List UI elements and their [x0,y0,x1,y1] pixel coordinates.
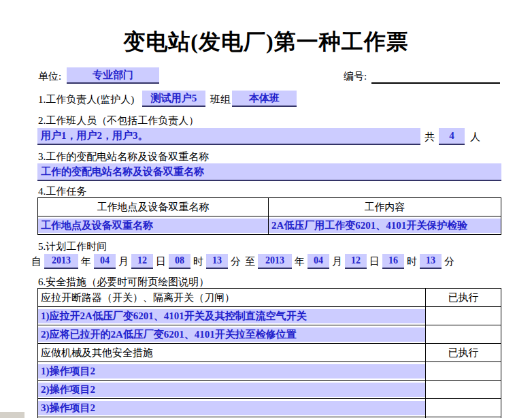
minute-label: 分 [229,254,242,269]
year-label: 年 [80,254,93,269]
safety-group2-header-row: 应做机械及其他安全措施 已执行 [38,344,501,362]
station-name-field[interactable]: 工作的变配电站名称及设备双重名称 [37,163,501,181]
executed-cell[interactable] [426,362,501,381]
to-label: 至 [244,254,256,269]
start-minute-field[interactable]: 13 [206,254,228,269]
start-hour-field[interactable]: 08 [169,254,190,269]
safety-row: 3)操作项目2 [38,399,501,417]
end-minute-field[interactable]: 13 [420,254,442,269]
unit-label: 单位: [38,69,61,83]
work-task-data-row: 工作地点及设备双重名称 2A低压厂用工作变6201、4101开关保护检验 [38,216,501,235]
safety-measure-field[interactable]: 3)操作项目2 [38,401,425,415]
section3-label: 3.工作的变配电站名称及设备双重名称 [38,150,209,163]
work-content-field[interactable]: 2A低压厂用工作变6201、4101开关保护检验 [269,219,501,233]
safety-row: 1)操作项目2 [38,362,501,381]
safety-group1-header: 应拉开断路器（开关）、隔离开关（刀闸） [38,289,426,307]
start-day-field[interactable]: 12 [131,254,153,269]
minute-label: 分 [443,254,456,269]
start-year-field[interactable]: 2013 [44,254,78,269]
section4-label: 4.工作任务 [38,184,86,198]
hour-label: 时 [192,254,205,269]
team-field[interactable]: 本体班 [232,91,297,107]
executed-header: 已执行 [426,289,501,307]
executed-cell[interactable] [426,307,501,325]
section5-label: 5.计划工作时间 [38,240,107,253]
number-field[interactable] [371,68,500,84]
section6-label: 6.安全措施（必要时可附页绘图说明） [38,275,209,289]
leader-field[interactable]: 测试用户5 [142,91,205,107]
safety-group2-header: 应做机械及其他安全措施 [38,344,426,362]
member-count-field[interactable]: 4 [439,128,465,145]
end-month-field[interactable]: 04 [307,254,329,269]
safety-row: 2)应将已拉开的2A低压厂变6201、4101开关拉至检修位置 [38,325,501,344]
members-field[interactable]: 用户1，用户2，用户3。 [37,128,420,145]
month-label: 月 [331,254,344,269]
work-task-table: 工作地点及设备双重名称 工作内容 工作地点及设备双重名称 2A低压厂用工作变62… [37,197,501,235]
end-hour-field[interactable]: 16 [382,254,404,269]
executed-cell[interactable] [426,381,501,399]
work-location-field[interactable]: 工作地点及设备双重名称 [38,219,268,233]
from-label: 自 [30,254,43,269]
safety-measure-field[interactable]: 2)应将已拉开的2A低压厂变6201、4101开关拉至检修位置 [38,327,425,342]
safety-group1-header-row: 应拉开断路器（开关）、隔离开关（刀闸） 已执行 [38,289,501,307]
hour-label: 时 [405,254,418,269]
start-month-field[interactable]: 04 [94,254,116,269]
total-label: 共 [425,130,435,144]
people-label: 人 [470,130,480,144]
day-label: 日 [154,254,167,269]
executed-header: 已执行 [426,344,501,362]
executed-cell[interactable] [426,325,501,344]
team-label: 班组 [210,93,231,106]
end-year-field[interactable]: 2013 [258,254,292,269]
month-label: 月 [117,254,130,269]
safety-measure-field[interactable]: 2)操作项目2 [38,383,425,397]
work-task-col1-header: 工作地点及设备双重名称 [38,198,269,216]
number-label: 编号: [344,69,367,83]
end-day-field[interactable]: 12 [345,254,367,269]
year-label: 年 [293,254,306,269]
day-label: 日 [368,254,381,269]
work-task-header-row: 工作地点及设备双重名称 工作内容 [38,198,501,216]
executed-cell[interactable] [426,399,501,417]
planned-time-row: 自 2013 年 04 月 12 日 08 时 13 分 至 2013 年 04… [30,254,456,269]
safety-measure-field[interactable]: 1)操作项目2 [38,364,425,379]
work-ticket-form: 变电站(发电厂)第一种工作票 单位: 专业部门 编号: 1.工作负责人(监护人)… [0,0,532,418]
unit-field[interactable]: 专业部门 [67,67,159,84]
work-task-col2-header: 工作内容 [269,198,501,216]
safety-measure-field[interactable]: 1)应拉开2A低压厂变6201、4101开关及其控制直流空气开关 [38,309,425,323]
safety-row: 1)应拉开2A低压厂变6201、4101开关及其控制直流空气开关 [38,307,501,325]
form-title: 变电站(发电厂)第一种工作票 [0,27,532,57]
window-edge [0,412,24,418]
safety-measures-table: 应拉开断路器（开关）、隔离开关（刀闸） 已执行 1)应拉开2A低压厂变6201、… [37,288,501,418]
section2-label: 2.工作班人员（不包括工作负责人） [38,114,199,127]
safety-row: 2)操作项目2 [38,381,501,399]
section1-label: 1.工作负责人(监护人) [38,93,134,106]
